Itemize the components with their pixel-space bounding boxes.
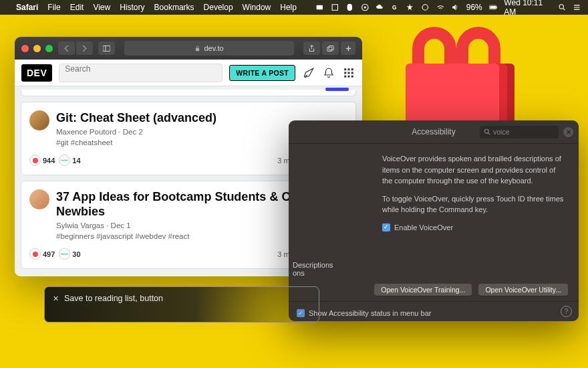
zoom-button[interactable] (45, 45, 53, 52)
window-controls (21, 45, 53, 52)
voiceover-caption-panel: ✕ Save to reading list, button (44, 286, 319, 323)
notifications-icon[interactable] (322, 66, 335, 80)
open-voiceover-utility-button[interactable]: Open VoiceOver Utility... (478, 284, 568, 296)
svg-rect-11 (196, 48, 199, 51)
search-icon (484, 128, 490, 135)
status-icon[interactable] (315, 3, 324, 12)
reactions-hearts[interactable]: 497 (29, 248, 55, 260)
macos-menubar: Safari File Edit View History Bookmarks … (0, 0, 588, 15)
reactions-unicorns[interactable]: 〰14 (59, 155, 80, 166)
search-input[interactable]: Search (59, 64, 223, 82)
menu-help[interactable]: Help (280, 3, 297, 12)
dev-header: DEV Search WRITE A POST (15, 60, 362, 86)
svg-rect-19 (351, 72, 353, 74)
lock-icon (194, 45, 200, 52)
status-icons: G 96% Wed 10:11 AM (315, 0, 581, 17)
avatar[interactable] (29, 110, 49, 130)
post-card-partial (21, 90, 356, 96)
svg-rect-22 (351, 75, 353, 77)
status-icon[interactable] (406, 3, 414, 12)
address-bar[interactable]: dev.to (124, 41, 294, 56)
sidebar-button[interactable] (98, 41, 115, 55)
open-voiceover-training-button[interactable]: Open VoiceOver Training... (374, 284, 472, 296)
menu-bookmarks[interactable]: Bookmarks (154, 3, 194, 12)
svg-rect-6 (490, 6, 496, 9)
heart-icon (29, 248, 41, 260)
safari-titlebar[interactable]: dev.to (15, 37, 362, 60)
accessibility-titlebar[interactable]: Accessibility voice ✕ (289, 120, 579, 144)
write-post-button[interactable]: WRITE A POST (229, 65, 295, 81)
battery-icon[interactable] (489, 3, 498, 12)
cloud-icon[interactable] (376, 3, 384, 12)
avatar[interactable] (29, 189, 49, 209)
svg-rect-21 (348, 75, 350, 77)
voiceover-description: VoiceOver provides spoken and brailled d… (382, 153, 567, 187)
clear-search-icon[interactable]: ✕ (563, 127, 573, 137)
menu-file[interactable]: File (47, 3, 60, 12)
minimize-button[interactable] (33, 45, 41, 52)
menu-develop[interactable]: Develop (204, 3, 233, 12)
enable-voiceover-checkbox[interactable]: ✓ Enable VoiceOver (382, 222, 567, 234)
status-icon[interactable] (361, 3, 370, 12)
dev-logo[interactable]: DEV (21, 64, 52, 82)
svg-rect-17 (344, 72, 346, 74)
sidebar-item-descriptions[interactable]: Descriptions (293, 261, 333, 269)
status-icon[interactable] (331, 3, 339, 12)
menu-view[interactable]: View (93, 3, 110, 12)
accessibility-window: Accessibility voice ✕ VoiceOver provides… (289, 120, 579, 321)
notification-center-icon[interactable] (573, 3, 581, 12)
status-icon[interactable]: G (391, 3, 400, 12)
menu-window[interactable]: Window (243, 3, 271, 12)
unicorn-icon: 〰 (59, 248, 70, 260)
svg-point-4 (422, 5, 428, 10)
evernote-icon[interactable] (345, 3, 354, 12)
svg-rect-0 (317, 5, 323, 9)
prefs-search-input[interactable]: voice (480, 126, 559, 139)
tabs-button[interactable] (322, 41, 339, 55)
battery-percent: 96% (466, 3, 482, 12)
voiceover-pane: VoiceOver provides spoken and brailled d… (289, 144, 579, 233)
svg-text:G: G (392, 4, 397, 11)
svg-point-2 (363, 6, 365, 8)
svg-rect-14 (344, 68, 346, 70)
unicorn-icon: 〰 (59, 155, 70, 166)
menu-grid-icon[interactable] (342, 66, 355, 80)
sidebar-item[interactable]: ons (293, 269, 333, 277)
reactions-hearts[interactable]: 944 (29, 155, 55, 166)
close-icon[interactable]: ✕ (53, 294, 59, 303)
share-button[interactable] (303, 41, 320, 55)
svg-rect-9 (103, 45, 110, 51)
wifi-icon[interactable] (436, 3, 445, 12)
svg-rect-7 (496, 7, 497, 9)
svg-rect-20 (344, 75, 346, 77)
svg-rect-15 (348, 68, 350, 70)
back-button[interactable] (58, 41, 75, 55)
svg-rect-13 (329, 45, 333, 50)
close-button[interactable] (21, 45, 29, 52)
connect-icon[interactable] (302, 66, 315, 80)
svg-rect-18 (348, 72, 350, 74)
svg-point-8 (559, 5, 563, 9)
url-host: dev.to (204, 44, 223, 52)
menu-edit[interactable]: Edit (70, 3, 84, 12)
app-menu[interactable]: Safari (16, 3, 38, 12)
svg-rect-12 (327, 47, 332, 51)
checkbox-checked-icon: ✓ (382, 223, 390, 232)
status-icon[interactable] (421, 3, 430, 12)
menu-history[interactable]: History (120, 3, 144, 12)
svg-rect-16 (351, 68, 353, 70)
new-tab-button[interactable] (341, 41, 355, 55)
accessibility-footer: ✓ Show Accessibility status in menu bar … (289, 301, 579, 321)
spotlight-icon[interactable] (558, 3, 567, 12)
heart-icon (29, 155, 41, 166)
forward-button[interactable] (76, 41, 93, 55)
volume-icon[interactable] (451, 3, 460, 12)
sidebar-visible-rows: Descriptions ons (293, 261, 333, 277)
reactions-unicorns[interactable]: 〰30 (59, 248, 80, 260)
help-button[interactable]: ? (561, 306, 572, 317)
voiceover-toggle-hint: To toggle VoiceOver, quickly press Touch… (382, 193, 567, 215)
clock: Wed 10:11 AM (504, 0, 551, 17)
voiceover-caption-text: Save to reading list, button (64, 294, 163, 303)
svg-point-23 (484, 129, 488, 133)
